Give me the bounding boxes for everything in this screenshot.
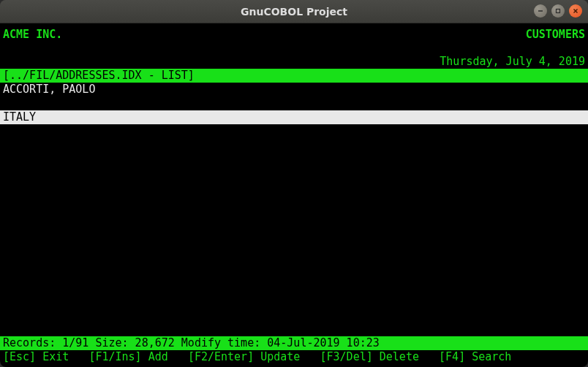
titlebar: GnuCOBOL Project — [0, 0, 588, 23]
blank-line — [0, 97, 588, 110]
company-name: ACME INC. — [3, 28, 62, 42]
maximize-button[interactable] — [551, 4, 565, 18]
date-line: Thursday, July 4, 2019 — [0, 55, 588, 69]
window-controls — [534, 4, 582, 18]
function-keys: [Esc] Exit [F1/Ins] Add [F2/Enter] Updat… — [0, 350, 588, 367]
fkey-f4[interactable]: [F4] Search — [439, 350, 511, 364]
status-bar: Records: 1/91 Size: 28,672 Modify time: … — [0, 336, 588, 350]
file-header: [../FIL/ADDRESSES.IDX - LIST] — [0, 69, 588, 83]
app-window: GnuCOBOL Project ACME INC. CUSTOMERS Thu… — [0, 0, 588, 367]
current-date: Thursday, July 4, 2019 — [440, 55, 585, 69]
fkey-esc[interactable]: [Esc] Exit — [3, 350, 69, 364]
window-title: GnuCOBOL Project — [0, 6, 588, 18]
fkey-f2[interactable]: [F2/Enter] Update — [188, 350, 301, 364]
svg-rect-1 — [557, 10, 560, 13]
content-spacer — [0, 124, 588, 336]
section-name: CUSTOMERS — [526, 28, 585, 42]
record-name-line: ACCORTI, PAOLO — [0, 83, 588, 97]
terminal: ACME INC. CUSTOMERS Thursday, July 4, 20… — [0, 23, 588, 367]
minimize-button[interactable] — [534, 4, 547, 18]
header-line: ACME INC. CUSTOMERS — [0, 28, 588, 42]
record-country-line[interactable]: ITALY — [0, 110, 588, 124]
fkey-f1[interactable]: [F1/Ins] Add — [88, 350, 167, 364]
close-button[interactable] — [569, 4, 582, 18]
fkey-f3[interactable]: [F3/Del] Delete — [320, 350, 419, 364]
